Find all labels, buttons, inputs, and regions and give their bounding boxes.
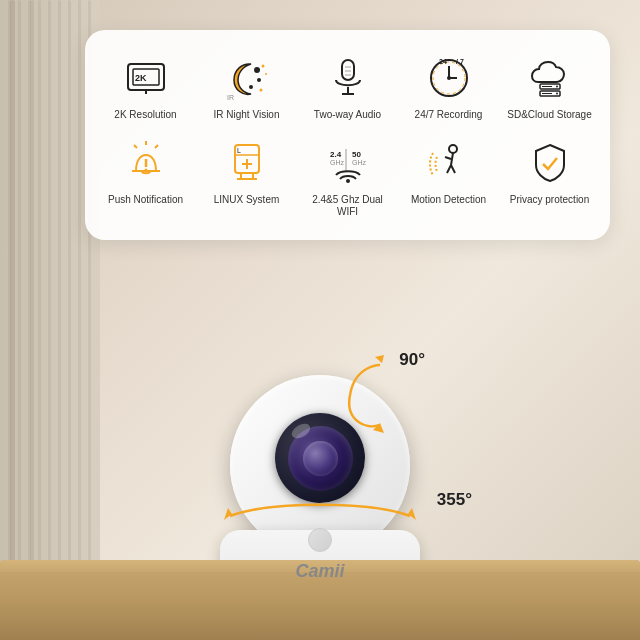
svg-point-9 <box>265 73 267 75</box>
svg-point-52 <box>449 145 457 153</box>
svg-line-55 <box>447 165 451 173</box>
svg-text:IR: IR <box>227 94 234 101</box>
svg-point-37 <box>144 169 147 172</box>
feature-label-2k: 2K Resolution <box>114 109 176 121</box>
wifi-icon: 2.4 GHz 50 GHz <box>322 137 374 189</box>
svg-marker-58 <box>375 355 384 363</box>
svg-line-54 <box>445 157 451 159</box>
feature-label-push: Push Notification <box>108 194 183 206</box>
features-grid: 2K 2K Resolution IR <box>97 48 598 222</box>
feature-label-audio: Two-way Audio <box>314 109 381 121</box>
svg-marker-59 <box>408 508 416 520</box>
feature-linux: L LINUX System <box>198 133 295 222</box>
arc-355-degrees <box>210 496 430 540</box>
feature-label-recording: 24/7 Recording <box>415 109 483 121</box>
svg-point-29 <box>556 93 558 95</box>
feature-label-storage: SD&Cloud Storage <box>507 109 592 121</box>
arc-90-degrees <box>340 355 395 439</box>
svg-point-22 <box>447 76 451 80</box>
svg-point-5 <box>254 67 260 73</box>
feature-recording: 24 / 7 24/7 Recording <box>400 48 497 125</box>
svg-marker-57 <box>373 423 384 433</box>
camera-lens-reflection <box>289 421 312 441</box>
svg-point-51 <box>346 179 350 183</box>
feature-label-privacy: Privacy protection <box>510 194 589 206</box>
svg-line-53 <box>451 153 453 165</box>
svg-text:GHz: GHz <box>330 159 345 166</box>
camera-brand-label: Camii <box>295 561 344 582</box>
svg-point-28 <box>556 86 558 88</box>
feature-storage: SD&Cloud Storage <box>501 48 598 125</box>
svg-point-8 <box>261 65 264 68</box>
svg-text:2K: 2K <box>135 73 147 83</box>
svg-line-34 <box>155 145 158 148</box>
svg-point-6 <box>257 78 261 82</box>
svg-point-10 <box>259 89 262 92</box>
feature-label-ir: IR Night Vision <box>214 109 280 121</box>
feature-label-linux: LINUX System <box>214 194 280 206</box>
rotation-vertical-label: 355° <box>437 490 472 510</box>
2k-icon: 2K <box>120 52 172 104</box>
mic-icon <box>322 52 374 104</box>
rotation-horizontal-label: 90° <box>399 350 425 370</box>
svg-line-56 <box>451 165 455 173</box>
svg-text:50: 50 <box>352 150 361 159</box>
feature-label-wifi: 2.4&5 Ghz Dual WIFI <box>301 194 394 218</box>
svg-rect-12 <box>342 60 354 80</box>
feature-2k-resolution: 2K 2K Resolution <box>97 48 194 125</box>
svg-text:L: L <box>237 147 241 154</box>
svg-marker-60 <box>224 508 232 520</box>
features-card: 2K 2K Resolution IR <box>85 30 610 240</box>
svg-text:7: 7 <box>460 58 464 65</box>
svg-text:GHz: GHz <box>352 159 367 166</box>
feature-motion: Motion Detection <box>400 133 497 222</box>
feature-push-notification: Push Notification <box>97 133 194 222</box>
motion-icon <box>423 137 475 189</box>
feature-label-motion: Motion Detection <box>411 194 486 206</box>
svg-text:/: / <box>456 58 458 65</box>
svg-point-7 <box>249 85 253 89</box>
feature-privacy: Privacy protection <box>501 133 598 222</box>
linux-icon: L <box>221 137 273 189</box>
shield-icon <box>524 137 576 189</box>
feature-audio: Two-way Audio <box>299 48 396 125</box>
bell-icon <box>120 137 172 189</box>
clock-icon: 24 / 7 <box>423 52 475 104</box>
feature-ir-night: IR IR Night Vision <box>198 48 295 125</box>
cloud-icon <box>524 52 576 104</box>
svg-text:24: 24 <box>439 58 447 65</box>
feature-wifi: 2.4 GHz 50 GHz 2.4&5 Ghz Dual WIFI <box>299 133 396 222</box>
moon-icon: IR <box>221 52 273 104</box>
svg-text:2.4: 2.4 <box>330 150 342 159</box>
svg-line-33 <box>134 145 137 148</box>
camera-lens-core <box>303 441 338 476</box>
